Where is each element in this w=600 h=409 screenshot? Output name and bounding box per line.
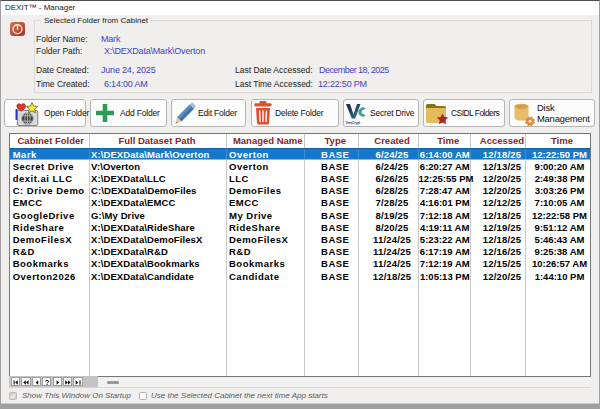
svg-text:VeraCrypt: VeraCrypt (346, 121, 361, 125)
